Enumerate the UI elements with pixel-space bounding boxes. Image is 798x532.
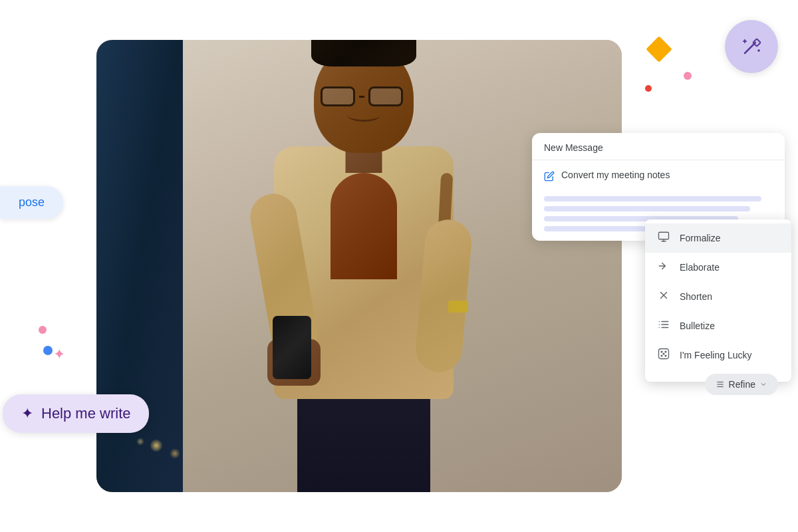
pink-dot-decor-top <box>684 72 692 80</box>
wand-icon: ✦ <box>21 405 33 422</box>
svg-rect-6 <box>659 232 669 239</box>
bulletize-option[interactable]: Bulletize <box>645 311 791 340</box>
svg-point-22 <box>665 355 666 356</box>
magic-wand-icon <box>739 35 763 59</box>
feeling-lucky-option[interactable]: I'm Feeling Lucky <box>645 340 791 370</box>
content-line-2 <box>544 206 750 211</box>
bulletize-icon <box>657 319 670 333</box>
pencil-icon <box>544 171 555 182</box>
person-hair <box>311 40 416 66</box>
chevron-down-icon <box>759 380 767 388</box>
person-watch <box>448 301 468 313</box>
bokeh-3 <box>136 438 144 446</box>
new-message-panel: New Message Convert my meeting notes For… <box>532 133 785 241</box>
sparkle-decor-left: ✦ <box>53 346 65 363</box>
message-input-area[interactable]: Convert my meeting notes <box>532 160 785 191</box>
refine-button[interactable]: Refine <box>705 374 778 395</box>
person-turtleneck <box>331 173 397 279</box>
content-line-1 <box>544 196 761 201</box>
hero-photo <box>96 40 622 492</box>
shorten-label: Shorten <box>680 291 712 302</box>
svg-rect-1 <box>753 39 760 46</box>
formalize-icon <box>657 231 670 245</box>
shorten-option[interactable]: Shorten <box>645 282 791 311</box>
compose-label: pose <box>19 196 45 209</box>
svg-point-19 <box>661 351 662 352</box>
elaborate-label: Elaborate <box>680 262 720 273</box>
person-figure <box>247 80 480 492</box>
new-message-title: New Message <box>532 133 785 160</box>
help-me-write-button[interactable]: ✦ Help me write <box>3 394 149 433</box>
refine-button-container: Refine <box>645 370 791 378</box>
person-phone <box>273 316 311 379</box>
orange-diamond-decor <box>646 36 672 63</box>
svg-point-20 <box>665 351 666 352</box>
help-write-label: Help me write <box>41 405 130 422</box>
formalize-option[interactable]: Formalize <box>645 223 791 253</box>
person-glasses <box>321 86 407 106</box>
elaborate-option[interactable]: Elaborate <box>645 253 791 282</box>
blue-dot-decor <box>43 346 53 355</box>
feeling-lucky-label: I'm Feeling Lucky <box>680 350 752 360</box>
formalize-label: Formalize <box>680 233 720 243</box>
elaborate-icon <box>657 260 670 275</box>
red-dot-decor-top <box>645 85 652 92</box>
pink-dot-decor-left <box>39 326 47 334</box>
refine-label: Refine <box>729 379 755 390</box>
ai-magic-button[interactable] <box>725 20 778 73</box>
bokeh-1 <box>150 439 163 452</box>
svg-point-21 <box>661 355 662 356</box>
ai-options-dropdown: Formalize Elaborate Shorten <box>645 219 791 382</box>
refine-icon <box>716 380 725 389</box>
message-input-text: Convert my meeting notes <box>561 170 773 180</box>
shorten-icon <box>657 289 670 304</box>
bokeh-2 <box>170 448 180 459</box>
svg-point-23 <box>663 353 664 354</box>
bulletize-label: Bulletize <box>680 321 715 331</box>
compose-button[interactable]: pose <box>0 186 63 219</box>
person-smile <box>347 108 380 122</box>
feeling-lucky-icon <box>657 348 670 362</box>
